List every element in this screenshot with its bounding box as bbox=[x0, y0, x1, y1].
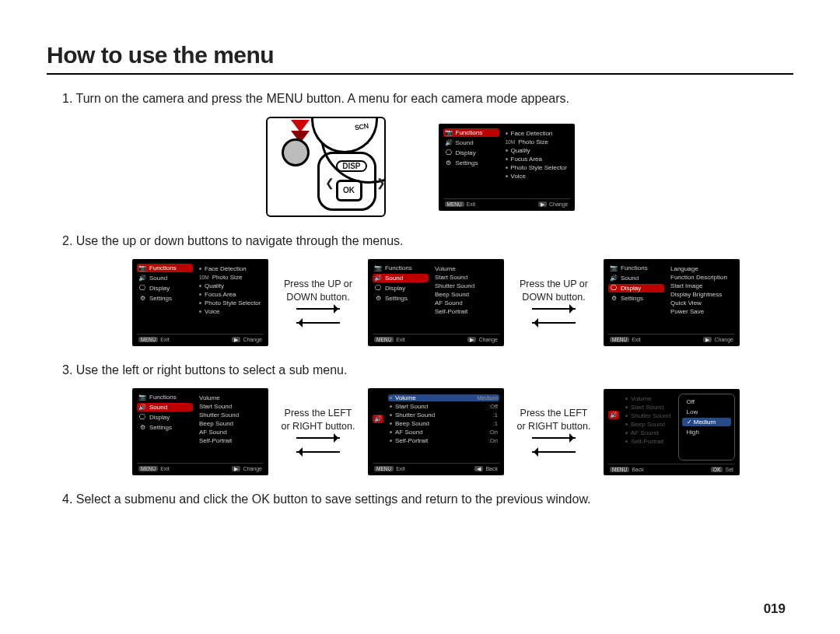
submenu-item: Photo Style Selector bbox=[198, 299, 264, 306]
submenu-item: Shutter Sound:1 bbox=[388, 412, 499, 419]
sound-icon: 🔊 bbox=[374, 275, 382, 282]
submenu-item: Start Sound bbox=[198, 403, 264, 410]
menu-item-label: Sound bbox=[149, 275, 167, 282]
menu-item-label: Settings bbox=[385, 295, 408, 302]
lcd-panel: 🔊VolumeStart SoundShutter SoundBeep Soun… bbox=[604, 389, 740, 475]
lcd-panel: 📷Functions🔊Sound🖵Display⚙SettingsFace De… bbox=[439, 124, 575, 211]
menu-item-sound: 🔊Sound bbox=[443, 138, 499, 147]
menu-item-functions: 📷Functions bbox=[608, 264, 664, 272]
lcd-footer: MENUExit▶Change bbox=[443, 198, 570, 209]
menu-item-label: Functions bbox=[621, 264, 648, 271]
menu-item-label: Settings bbox=[149, 295, 172, 302]
submenu-item: Beep Sound:1 bbox=[388, 420, 499, 427]
menu-item-label: Display bbox=[385, 285, 405, 292]
sound-icon: 🔊 bbox=[445, 139, 453, 146]
settings-icon: ⚙ bbox=[138, 424, 146, 431]
menu-item-label: Sound bbox=[621, 275, 639, 282]
menu-item-sound: 🔊Sound bbox=[373, 274, 429, 282]
menu-item-settings: ⚙Settings bbox=[137, 294, 193, 303]
menu-item-label: Display bbox=[456, 149, 476, 156]
submenu-item: Focus Area bbox=[198, 291, 264, 298]
menu-item-display: 🖵Display bbox=[608, 284, 664, 292]
functions-icon: 📷 bbox=[610, 264, 618, 271]
double-arrow-icon bbox=[515, 304, 593, 328]
ok-button-illustration: OK bbox=[336, 180, 362, 201]
submenu-item: AF Sound bbox=[198, 429, 264, 436]
menu-item-settings: ⚙Settings bbox=[443, 159, 499, 167]
submenu-item: VolumeMedium bbox=[388, 394, 499, 401]
page-title: How to use the menu bbox=[47, 42, 793, 68]
menu-item-label: Display bbox=[149, 285, 170, 292]
menu-item-functions: 📷Functions bbox=[443, 128, 499, 137]
arrow-right-icon bbox=[529, 433, 579, 443]
lcd-footer: MENUBackOKSet bbox=[608, 464, 735, 474]
functions-icon: 📷 bbox=[374, 264, 382, 271]
submenu-item: Function Description bbox=[669, 274, 735, 281]
submenu-item: Volume bbox=[433, 265, 499, 272]
arrow-left-icon bbox=[529, 318, 579, 328]
lcd-footer: MENUExit▶Change bbox=[137, 334, 264, 345]
submenu-item-dim: Beep Sound bbox=[624, 421, 674, 428]
lcd-footer: MENUExit▶Change bbox=[608, 334, 735, 345]
submenu-item: Display Brightness bbox=[669, 291, 735, 298]
left-arrow-icon: ❮ bbox=[325, 177, 334, 189]
menu-item-label: Sound bbox=[385, 275, 403, 282]
menu-item-settings: ⚙Settings bbox=[608, 294, 664, 303]
menu-item-label: Display bbox=[149, 414, 170, 421]
submenu-item: Self-Portrait bbox=[433, 308, 499, 315]
updown-caption: Press the UP or DOWN button. bbox=[279, 278, 357, 304]
lcd-panel: 🔊VolumeMediumStart Sound:OffShutter Soun… bbox=[368, 388, 504, 475]
submenu-item: Face Detection bbox=[504, 130, 570, 137]
display-icon: 🖵 bbox=[610, 285, 618, 292]
submenu-item-dim: Self-Portrait bbox=[624, 438, 674, 445]
title-rule bbox=[47, 73, 793, 75]
sound-icon: 🔊 bbox=[373, 415, 383, 423]
sound-icon: 🔊 bbox=[138, 275, 146, 282]
right-arrow-icon: ❯ bbox=[376, 177, 386, 189]
submenu-item-dim: Volume bbox=[624, 395, 674, 402]
submenu-item-dim: Shutter Sound bbox=[624, 412, 674, 419]
submenu-item: Voice bbox=[198, 308, 264, 315]
menu-item-sound: 🔊Sound bbox=[608, 274, 664, 282]
double-arrow-icon bbox=[279, 304, 357, 328]
double-arrow-icon bbox=[279, 433, 357, 457]
menu-item-label: Sound bbox=[456, 139, 474, 146]
shutter-button-illustration bbox=[282, 138, 310, 166]
arrow-left-icon bbox=[293, 318, 343, 328]
lcd-panel: 📷Functions🔊Sound🖵Display⚙SettingsFace De… bbox=[132, 259, 268, 346]
submenu-item: Focus Area bbox=[504, 156, 570, 163]
settings-icon: ⚙ bbox=[374, 295, 382, 302]
submenu-item: Photo Style Selector bbox=[504, 164, 570, 171]
arrow-left-icon bbox=[529, 447, 579, 457]
menu-item-settings: ⚙Settings bbox=[373, 294, 429, 303]
menu-item-label: Sound bbox=[149, 404, 167, 411]
display-icon: 🖵 bbox=[138, 414, 146, 421]
step-3-text: 3. Use the left or right buttons to sele… bbox=[62, 363, 793, 377]
submenu-item: Beep Sound bbox=[433, 291, 499, 298]
step-3-figures: 📷Functions🔊Sound🖵Display⚙SettingsVolumeS… bbox=[47, 388, 793, 475]
double-arrow-icon bbox=[515, 433, 593, 457]
menu-item-label: Functions bbox=[149, 264, 177, 271]
menu-item-label: Functions bbox=[149, 394, 177, 401]
option-low: Low bbox=[682, 408, 732, 416]
submenu-item: Face Detection bbox=[198, 265, 264, 272]
option-medium: ✓ Medium bbox=[682, 418, 732, 426]
submenu-item: 10MPhoto Size bbox=[504, 138, 570, 145]
sound-icon: 🔊 bbox=[610, 275, 618, 282]
page-number: 019 bbox=[764, 601, 786, 617]
functions-icon: 📷 bbox=[445, 129, 453, 136]
arrow-left-icon bbox=[293, 447, 343, 457]
display-icon: 🖵 bbox=[445, 149, 453, 156]
functions-icon: 📷 bbox=[138, 394, 146, 401]
menu-item-label: Settings bbox=[621, 295, 643, 302]
menu-item-label: Settings bbox=[456, 159, 478, 166]
menu-item-display: 🖵Display bbox=[137, 413, 193, 422]
menu-item-settings: ⚙Settings bbox=[137, 423, 193, 432]
sound-icon: 🔊 bbox=[608, 411, 619, 419]
submenu-item: AF Sound:On bbox=[388, 429, 499, 436]
submenu-item-dim: AF Sound bbox=[624, 429, 674, 436]
menu-item-display: 🖵Display bbox=[373, 284, 429, 292]
lcd-panel: 📷Functions🔊Sound🖵Display⚙SettingsVolumeS… bbox=[132, 388, 268, 475]
leftright-caption: Press the LEFT or RIGHT button. bbox=[279, 407, 357, 433]
camera-illustration: SCN DISP OK ❮ ❯ bbox=[266, 117, 386, 217]
